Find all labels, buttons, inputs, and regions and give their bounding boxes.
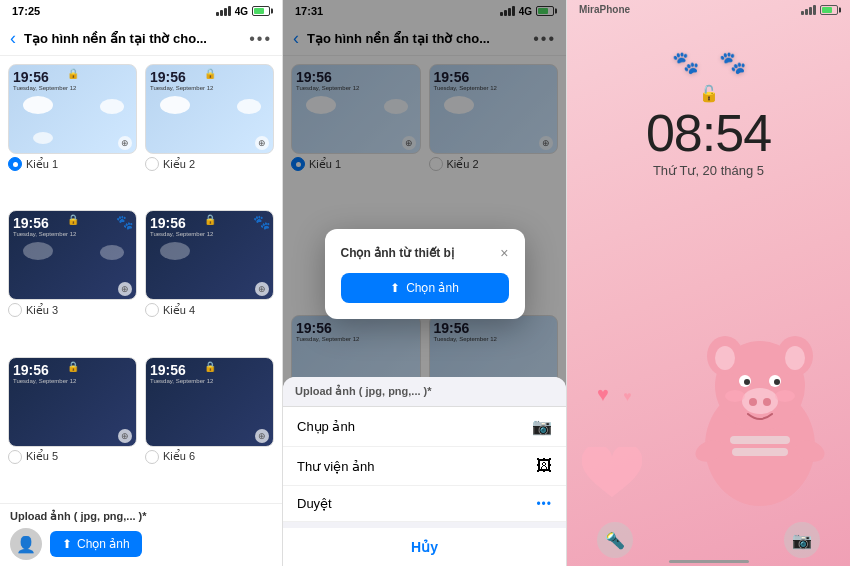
- avatar-placeholder-left: 👤: [10, 528, 42, 560]
- radio-kieu5[interactable]: Kiểu 5: [8, 450, 58, 464]
- gallery-icon: 🖼: [536, 457, 552, 475]
- back-button-left[interactable]: ‹: [10, 28, 16, 49]
- style-thumb-kieu4[interactable]: 🔒 19:56 Tuesday, September 12 🐾 ⊕: [145, 210, 274, 300]
- style-item-kieu4[interactable]: 🔒 19:56 Tuesday, September 12 🐾 ⊕ Kiểu 4: [145, 210, 274, 348]
- camera-button-lockscreen[interactable]: 📷: [784, 522, 820, 558]
- panel-left: 17:25 4G ‹ Tạo hình nền ẩn tại thờ cho..…: [0, 0, 283, 566]
- radio-kieu2[interactable]: Kiểu 2: [145, 157, 195, 171]
- cancel-label: Hủy: [411, 539, 438, 555]
- signal-right: [801, 5, 816, 15]
- nav-bar-left: ‹ Tạo hình nền ẩn tại thờ cho... •••: [0, 22, 282, 56]
- action-item-duyet[interactable]: Duyệt •••: [283, 486, 566, 522]
- status-time-left: 17:25: [12, 5, 40, 17]
- lock-icon-k5: 🔒: [67, 361, 79, 372]
- lock-icon-k3: 🔒: [67, 214, 79, 225]
- status-right-left: 4G: [216, 6, 270, 17]
- right-status-bar: MiraPhone: [567, 0, 850, 19]
- style-item-kieu2[interactable]: 🔒 19:56 Tuesday, September 12 ⊕ Kiểu 2: [145, 64, 274, 202]
- radio-kieu3[interactable]: Kiểu 3: [8, 303, 58, 317]
- lock-screen-content: 🐾 🐾 🔓 08:54 Thứ Tư, 20 tháng 5: [567, 20, 850, 178]
- svg-point-18: [775, 390, 795, 402]
- modal-upload-icon: ⬆: [390, 281, 400, 295]
- signal-icon-left: [216, 6, 231, 16]
- style-item-kieu5[interactable]: 🔒 19:56 Tuesday, September 12 ⊕ Kiểu 5: [8, 357, 137, 495]
- style-thumb-kieu5[interactable]: 🔒 19:56 Tuesday, September 12 ⊕: [8, 357, 137, 447]
- radio-kieu6[interactable]: Kiểu 6: [145, 450, 195, 464]
- right-status-icons: [801, 5, 838, 15]
- lockscreen-date: Thứ Tư, 20 tháng 5: [653, 163, 764, 178]
- signal-label-left: 4G: [235, 6, 248, 17]
- camera-icon: 📷: [532, 417, 552, 436]
- lock-icon-screen: 🔓: [699, 84, 719, 103]
- style-item-kieu6[interactable]: 🔒 19:56 Tuesday, September 12 ⊕ Kiểu 6: [145, 357, 274, 495]
- svg-point-9: [774, 379, 780, 385]
- heart-small: ♥: [623, 388, 631, 404]
- pig-character: [680, 296, 840, 516]
- style-thumb-kieu1[interactable]: 🔒 19:56 Tuesday, September 12 ⊕: [8, 64, 137, 154]
- svg-rect-16: [732, 448, 788, 456]
- action-sheet-header: Upload ảnh ( jpg, png,... )*: [283, 377, 566, 407]
- status-bar-left: 17:25 4G: [0, 0, 282, 22]
- radio-kieu4[interactable]: Kiểu 4: [145, 303, 195, 317]
- flashlight-icon: 🔦: [605, 531, 625, 550]
- modal-header: Chọn ảnh từ thiết bị ×: [341, 245, 509, 261]
- kieu6-label: Kiểu 6: [163, 450, 195, 463]
- svg-point-17: [725, 390, 745, 402]
- kieu4-label: Kiểu 4: [163, 304, 195, 317]
- paw-icon-k4: 🐾: [253, 214, 270, 230]
- panel-right: MiraPhone 🐾 🐾 🔓 08:54 Thứ Tư, 20 tháng 5: [567, 0, 850, 566]
- modal-chon-label: Chọn ảnh: [406, 281, 459, 295]
- upload-icon-left: ⬆: [62, 537, 72, 551]
- flashlight-button[interactable]: 🔦: [597, 522, 633, 558]
- more-button-left[interactable]: •••: [249, 30, 272, 48]
- svg-point-12: [763, 398, 771, 406]
- battery-icon-left: [252, 6, 270, 16]
- chon-anh-label-left: Chọn ảnh: [77, 537, 130, 551]
- upload-label-left: Upload ảnh ( jpg, png,... )*: [10, 510, 272, 523]
- kieu2-label: Kiểu 2: [163, 158, 195, 171]
- upload-row-left: 👤 ⬆ Chọn ảnh: [10, 528, 272, 560]
- hearts-area: ♥ ♥: [597, 383, 632, 406]
- style-item-kieu3[interactable]: 🔒 19:56 Tuesday, September 12 🐾 ⊕ Kiểu 3: [8, 210, 137, 348]
- thu-vien-label: Thư viện ảnh: [297, 459, 374, 474]
- paw-right: 🐾: [719, 50, 746, 76]
- lock-icon-k1: 🔒: [67, 68, 79, 79]
- magnify-icon-k2[interactable]: ⊕: [255, 136, 269, 150]
- magnify-icon-k1[interactable]: ⊕: [118, 136, 132, 150]
- chon-anh-button-left[interactable]: ⬆ Chọn ảnh: [50, 531, 142, 557]
- style-grid-left: 🔒 19:56 Tuesday, September 12 ⊕ Kiểu 1: [0, 56, 282, 503]
- magnify-icon-k5[interactable]: ⊕: [118, 429, 132, 443]
- paw-left: 🐾: [672, 50, 699, 76]
- cancel-button[interactable]: Hủy: [283, 528, 566, 566]
- lock-icon-k4: 🔒: [204, 214, 216, 225]
- nav-title-left: Tạo hình nền ẩn tại thờ cho...: [24, 31, 241, 46]
- svg-point-5: [785, 346, 805, 370]
- kieu3-label: Kiểu 3: [26, 304, 58, 317]
- style-item-kieu1[interactable]: 🔒 19:56 Tuesday, September 12 ⊕ Kiểu 1: [8, 64, 137, 202]
- upload-section-left: Upload ảnh ( jpg, png,... )* 👤 ⬆ Chọn ản…: [0, 503, 282, 566]
- svg-point-10: [742, 388, 778, 414]
- modal-dialog: Chọn ảnh từ thiết bị × ⬆ Chọn ảnh: [325, 229, 525, 319]
- svg-point-8: [744, 379, 750, 385]
- style-thumb-kieu6[interactable]: 🔒 19:56 Tuesday, September 12 ⊕: [145, 357, 274, 447]
- magnify-icon-k6[interactable]: ⊕: [255, 429, 269, 443]
- brand-label: MiraPhone: [579, 4, 630, 15]
- kieu5-label: Kiểu 5: [26, 450, 58, 463]
- radio-kieu1[interactable]: Kiểu 1: [8, 157, 58, 171]
- svg-point-11: [749, 398, 757, 406]
- style-thumb-kieu2[interactable]: 🔒 19:56 Tuesday, September 12 ⊕: [145, 64, 274, 154]
- lock-icon-k2: 🔒: [204, 68, 216, 79]
- dots-icon: •••: [536, 497, 552, 511]
- kieu1-label: Kiểu 1: [26, 158, 58, 171]
- home-indicator: [669, 560, 749, 563]
- paw-icon-k3: 🐾: [116, 214, 133, 230]
- chup-anh-label: Chụp ảnh: [297, 419, 355, 434]
- modal-close-button[interactable]: ×: [500, 245, 508, 261]
- action-item-chup[interactable]: Chụp ảnh 📷: [283, 407, 566, 447]
- style-thumb-kieu3[interactable]: 🔒 19:56 Tuesday, September 12 🐾 ⊕: [8, 210, 137, 300]
- modal-chon-anh-button[interactable]: ⬆ Chọn ảnh: [341, 273, 509, 303]
- action-sheet: Upload ảnh ( jpg, png,... )* Chụp ảnh 📷 …: [283, 377, 566, 566]
- svg-rect-15: [730, 436, 790, 444]
- action-item-thu-vien[interactable]: Thư viện ảnh 🖼: [283, 447, 566, 486]
- svg-point-4: [715, 346, 735, 370]
